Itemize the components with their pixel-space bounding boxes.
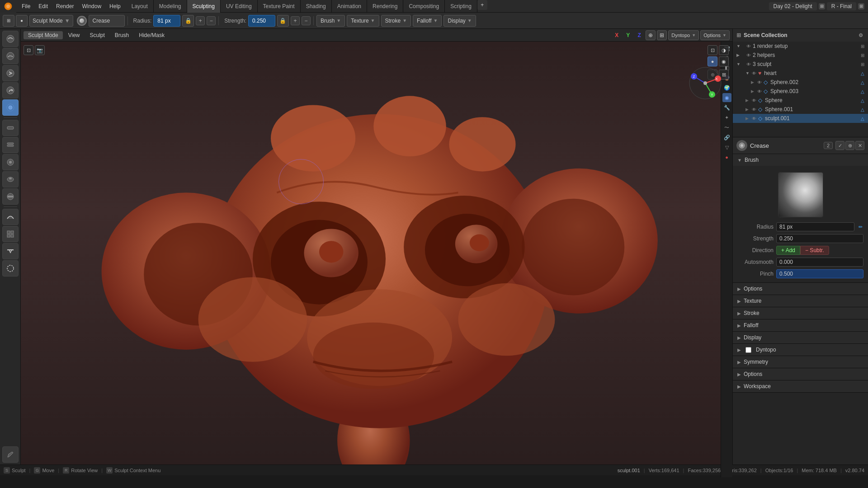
sculpt-001-visibility-icon[interactable]: 👁 xyxy=(752,116,756,121)
heart-visibility-icon[interactable]: 👁 xyxy=(752,71,756,76)
crease-delete-btn[interactable]: ✕ xyxy=(855,141,864,150)
crease-check-btn[interactable]: ✓ xyxy=(835,141,844,150)
menu-render[interactable]: Render xyxy=(52,2,77,10)
properties-world-icon[interactable]: 🌍 xyxy=(722,83,731,92)
options-section-header[interactable]: ▶ Options xyxy=(733,283,868,295)
z-axis-icon[interactable]: Z xyxy=(634,30,644,40)
scene-toggle[interactable]: ⊞ xyxy=(819,3,825,9)
tab-rendering[interactable]: Rendering xyxy=(367,0,403,13)
scene-item-sphere-001[interactable]: ▶ 👁 ◇ Sphere.001 △ xyxy=(733,105,868,114)
brush-section-header[interactable]: ▼ Brush xyxy=(733,154,868,166)
strength-lock-icon[interactable]: 🔒 xyxy=(277,15,289,27)
scene-item-render-setup[interactable]: ▼ 👁 1 render setup ⊞ xyxy=(733,42,868,51)
sphere-main-visibility-icon[interactable]: 👁 xyxy=(752,98,756,103)
texture-dropdown[interactable]: Texture ▼ xyxy=(347,15,379,27)
tab-layout[interactable]: Layout xyxy=(126,0,154,13)
sculpt-mode-btn[interactable]: Sculpt Mode xyxy=(24,31,63,39)
dyntopo-dropdown[interactable]: Dyntopo ▼ xyxy=(668,30,699,40)
scene-item-helpers[interactable]: ▶ 👁 2 helpers ⊞ xyxy=(733,51,868,60)
sphere-001-visibility-icon[interactable]: 👁 xyxy=(752,107,756,112)
tab-uv-editing[interactable]: UV Editing xyxy=(221,0,258,13)
menu-edit[interactable]: Edit xyxy=(35,2,52,10)
direction-add-btn[interactable]: + Add xyxy=(776,246,800,255)
view-btn[interactable]: View xyxy=(64,31,85,39)
strength-prop-value[interactable]: 0.250 xyxy=(776,234,863,243)
view-camera-icon[interactable]: 📷 xyxy=(35,45,45,55)
pinch-prop-value[interactable]: 0.500 xyxy=(776,269,863,278)
tool-grab[interactable] xyxy=(2,65,19,81)
render-config[interactable]: R - Final xyxy=(827,2,856,10)
brush-name-field[interactable]: Crease xyxy=(89,15,125,27)
strength-plus-btn[interactable]: + xyxy=(291,16,300,25)
render-toggle[interactable]: ⊞ xyxy=(858,3,864,9)
viewport-shading-icon[interactable]: ● xyxy=(16,15,28,27)
menu-window[interactable]: Window xyxy=(78,2,105,10)
strength-value-field[interactable]: 0.250 xyxy=(248,15,275,27)
display-dropdown[interactable]: Display ▼ xyxy=(443,15,476,27)
tab-sculpting[interactable]: Sculpting xyxy=(187,0,221,13)
scene-item-sphere-002[interactable]: ▶ 👁 ◇ Sphere.002 △ xyxy=(733,78,868,87)
radius-minus-btn[interactable]: − xyxy=(207,16,216,25)
properties-physics-icon[interactable]: 〜 xyxy=(722,123,731,132)
project-title[interactable]: Day 02 - Delight xyxy=(769,2,817,10)
menu-file[interactable]: File xyxy=(18,2,34,10)
tool-mask[interactable] xyxy=(2,260,19,277)
stroke-dropdown[interactable]: Stroke ▼ xyxy=(381,15,411,27)
tab-compositing[interactable]: Compositing xyxy=(403,0,445,13)
tool-draw[interactable] xyxy=(2,99,19,116)
tab-animation[interactable]: Animation xyxy=(332,0,367,13)
falloff-dropdown[interactable]: Falloff ▼ xyxy=(413,15,442,27)
properties-particles-icon[interactable]: ✦ xyxy=(722,113,731,122)
scene-filter-icon[interactable]: ⚙ xyxy=(857,32,864,39)
radius-plus-btn[interactable]: + xyxy=(196,16,205,25)
tool-scrape[interactable] xyxy=(2,243,19,259)
scene-item-sphere-003[interactable]: ▶ 👁 ◇ Sphere.003 △ xyxy=(733,87,868,96)
scene-item-sphere-main[interactable]: ▶ 👁 ◇ Sphere △ xyxy=(733,96,868,105)
properties-constraints-icon[interactable]: 🔗 xyxy=(722,133,731,142)
menu-help[interactable]: Help xyxy=(106,2,124,10)
tab-texture-paint[interactable]: Texture Paint xyxy=(258,0,301,13)
sculpt-mode-dropdown[interactable]: Sculpt Mode ▼ xyxy=(29,15,73,27)
3d-gizmo[interactable]: X Y Z xyxy=(687,65,723,101)
direction-sub-btn[interactable]: − Subtr. xyxy=(800,246,829,255)
stroke-section-header[interactable]: ▶ Stroke xyxy=(733,307,868,319)
properties-material-icon[interactable]: ● xyxy=(722,153,731,162)
radius-prop-value[interactable]: 81 px xyxy=(776,222,854,231)
proportional-editing-icon[interactable]: ⊕ xyxy=(646,30,656,40)
x-axis-icon[interactable]: X xyxy=(612,30,622,40)
view-perspective-icon[interactable]: ⊡ xyxy=(24,45,33,55)
radius-lock-icon[interactable]: 🔒 xyxy=(182,15,194,27)
viewport-canvas-area[interactable] xyxy=(21,42,732,465)
dyntopo-checkbox[interactable] xyxy=(745,347,751,353)
viewport-shading-solid-icon[interactable]: ◑ xyxy=(719,45,729,55)
scene-item-heart[interactable]: ▼ 👁 ♥ heart △ xyxy=(733,69,868,78)
workspace-section-header[interactable]: ▶ Workspace xyxy=(733,380,868,392)
texture-section-header[interactable]: ▶ Texture xyxy=(733,295,868,307)
add-workspace-button[interactable]: + xyxy=(477,0,487,10)
hide-mask-btn[interactable]: Hide/Mask xyxy=(134,31,169,39)
tab-modeling[interactable]: Modeling xyxy=(154,0,187,13)
display-section-header[interactable]: ▶ Display xyxy=(733,332,868,343)
tool-snake-hook[interactable] xyxy=(2,82,19,99)
brush-dropdown[interactable]: Brush ▼ xyxy=(316,15,345,27)
strength-minus-btn[interactable]: − xyxy=(302,16,311,25)
dyntopo-section-header[interactable]: ▶ Dyntopo xyxy=(733,344,868,356)
crease-copy-btn[interactable]: ⊕ xyxy=(845,141,854,150)
scene-item-sculpt-group[interactable]: ▼ 👁 3 sculpt ⊞ xyxy=(733,60,868,69)
object-mode-icon[interactable]: ⊞ xyxy=(3,15,14,27)
tab-shading[interactable]: Shading xyxy=(301,0,332,13)
radius-pen-icon[interactable]: ✏ xyxy=(857,224,863,230)
tool-blob[interactable] xyxy=(2,171,19,188)
tool-pinch[interactable] xyxy=(2,209,19,225)
options-dropdown[interactable]: Options ▼ xyxy=(700,30,730,40)
camera-perspective-icon[interactable]: ⊡ xyxy=(708,45,717,55)
tool-flatten[interactable] xyxy=(2,188,19,205)
helpers-visibility-icon[interactable]: 👁 xyxy=(746,53,751,58)
tool-smooth[interactable] xyxy=(2,48,19,64)
y-axis-icon[interactable]: Y xyxy=(623,30,633,40)
tool-clay[interactable] xyxy=(2,120,19,136)
radius-value-field[interactable]: 81 px xyxy=(153,15,180,27)
snap-icon[interactable]: ⊞ xyxy=(657,30,667,40)
sphere-002-visibility-icon[interactable]: 👁 xyxy=(757,80,762,85)
scene-item-sculpt-001[interactable]: ▶ 👁 ◇ sculpt.001 △ xyxy=(733,114,868,123)
